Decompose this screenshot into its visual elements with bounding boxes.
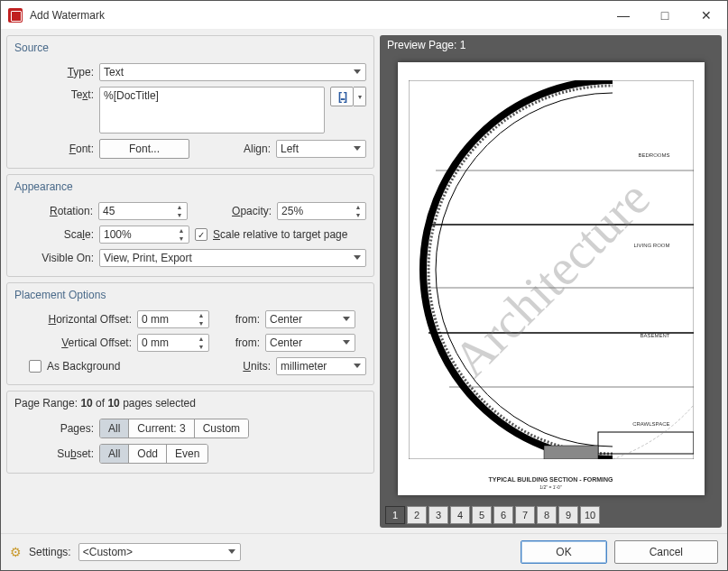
pages-label: Pages: — [14, 422, 94, 435]
spin-up[interactable]: ▲ — [194, 335, 208, 343]
preview-page: BEDROOMS LIVING ROOM BASEMENT CRAWLSPACE… — [398, 62, 705, 495]
subset-odd[interactable]: Odd — [129, 445, 167, 463]
svg-rect-6 — [598, 432, 694, 454]
spin-down[interactable]: ▼ — [172, 211, 187, 219]
gear-icon: ⚙ — [10, 545, 22, 559]
settings-select[interactable]: <Custom> — [78, 543, 241, 561]
page-navigator: 12345678910 — [380, 502, 722, 528]
preview-body: BEDROOMS LIVING ROOM BASEMENT CRAWLSPACE… — [380, 55, 722, 502]
pages-toggle: All Current: 3 Custom — [99, 419, 249, 438]
units-select[interactable]: millimeter — [276, 357, 366, 375]
align-label: Align: — [198, 143, 271, 155]
hfrom-select[interactable]: Center — [265, 310, 355, 328]
spin-down[interactable]: ▼ — [174, 235, 189, 243]
page-thumb-4[interactable]: 4 — [450, 506, 470, 524]
align-select[interactable]: Left — [276, 140, 366, 158]
placement-group: Placement Options Horizontal Offset: ▲▼ … — [6, 282, 374, 385]
pages-current[interactable]: Current: 3 — [129, 419, 194, 437]
preview-panel: Preview Page: 1 — [380, 35, 722, 528]
subset-even[interactable]: Even — [167, 445, 207, 463]
spin-up[interactable]: ▲ — [172, 203, 187, 211]
visible-label: Visible On: — [14, 252, 94, 264]
scale-relative-checkbox[interactable]: ✓ — [195, 228, 207, 241]
appearance-group: Appearance Rotation: ▲▼ Opacity: ▲▼ Scal… — [6, 174, 374, 277]
from-label: from: — [215, 336, 260, 349]
settings-label: Settings: — [29, 546, 71, 558]
page-thumb-2[interactable]: 2 — [407, 506, 427, 524]
opacity-label: Opacity: — [193, 205, 272, 217]
titlebar: Add Watermark — □ ✕ — [1, 1, 727, 30]
rotation-label: Rotation: — [14, 205, 93, 217]
as-background-label: As Background — [47, 360, 120, 373]
hoffset-label: Horizontal Offset: — [14, 313, 132, 326]
drawing-caption: TYPICAL BUILDING SECTION - FORMING — [398, 476, 705, 483]
page-thumb-9[interactable]: 9 — [558, 506, 578, 524]
from-label: from: — [215, 313, 260, 326]
subset-toggle: All Odd Even — [99, 444, 208, 464]
svg-rect-7 — [544, 446, 598, 459]
minimize-button[interactable]: — — [603, 1, 644, 30]
text-label: Text: — [14, 87, 94, 101]
units-label: Units: — [226, 360, 271, 373]
room-label: CRAWLSPACE — [632, 421, 669, 427]
page-thumb-5[interactable]: 5 — [472, 506, 492, 524]
dialog-window: Add Watermark — □ ✕ Source Type: Text Te… — [0, 0, 728, 571]
page-thumb-1[interactable]: 1 — [385, 506, 405, 524]
room-label: BASEMENT — [640, 333, 669, 338]
window-title: Add Watermark — [30, 9, 603, 22]
spin-up[interactable]: ▲ — [174, 226, 189, 235]
group-title: Placement Options — [14, 289, 366, 301]
macro-dropdown[interactable]: ▾ — [354, 87, 366, 106]
pagerange-group: Page Range: 10 of 10 pages selected Page… — [6, 391, 374, 474]
close-button[interactable]: ✕ — [686, 1, 727, 30]
pages-custom[interactable]: Custom — [195, 419, 248, 437]
font-label: Font: — [14, 143, 94, 155]
spin-down[interactable]: ▼ — [351, 211, 365, 219]
subset-label: Subset: — [14, 447, 94, 460]
scale-label: Scale: — [14, 228, 94, 241]
cancel-button[interactable]: Cancel — [614, 540, 718, 564]
page-thumb-6[interactable]: 6 — [493, 506, 513, 524]
group-title: Page Range: 10 of 10 pages selected — [14, 397, 366, 410]
type-select[interactable]: Text — [99, 63, 366, 81]
text-input[interactable]: %[DocTitle] — [99, 87, 325, 134]
scale-relative-label: SScale relative to target pagecale relat… — [213, 228, 347, 241]
page-thumb-8[interactable]: 8 — [537, 506, 557, 524]
page-thumb-3[interactable]: 3 — [429, 506, 448, 524]
font-button[interactable]: Font... — [99, 139, 189, 159]
drawing-scale: 1/2" = 1'-0" — [398, 484, 705, 490]
source-group: Source Type: Text Text: %[DocTitle] [...… — [6, 35, 374, 169]
page-thumb-10[interactable]: 10 — [580, 506, 600, 524]
type-label: Type: — [14, 66, 94, 78]
app-icon — [8, 8, 23, 23]
pages-all[interactable]: All — [100, 419, 129, 437]
spin-down[interactable]: ▼ — [194, 319, 208, 327]
room-label: LIVING ROOM — [633, 243, 669, 248]
visible-select[interactable]: View, Print, Export — [99, 249, 366, 267]
subset-all[interactable]: All — [100, 445, 129, 463]
dialog-footer: ⚙ Settings: <Custom> OK Cancel — [1, 533, 727, 570]
vfrom-select[interactable]: Center — [265, 334, 355, 352]
group-title: Source — [14, 41, 366, 54]
preview-header: Preview Page: 1 — [380, 35, 722, 55]
spin-up[interactable]: ▲ — [351, 203, 365, 211]
macro-button[interactable]: [...] — [330, 87, 354, 106]
room-label: BEDROOMS — [638, 152, 669, 158]
group-title: Appearance — [14, 180, 366, 193]
page-thumb-7[interactable]: 7 — [515, 506, 535, 524]
spin-down[interactable]: ▼ — [194, 343, 208, 351]
ok-button[interactable]: OK — [521, 540, 606, 564]
voffset-label: Vertical Offset: — [14, 336, 132, 349]
spin-up[interactable]: ▲ — [194, 311, 208, 319]
maximize-button[interactable]: □ — [644, 1, 686, 30]
as-background-checkbox[interactable] — [29, 360, 41, 373]
